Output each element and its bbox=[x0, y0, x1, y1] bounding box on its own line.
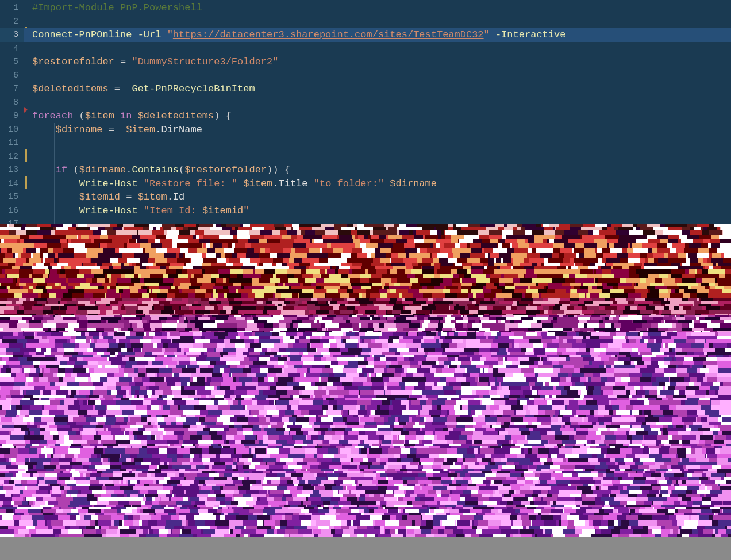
cmdlet-token: Connect-PnPOnline bbox=[32, 29, 132, 40]
string-token: "DummyStructure3/Folder2" bbox=[132, 56, 278, 67]
string-token: " bbox=[243, 205, 249, 216]
line-number: 13 bbox=[0, 163, 24, 177]
property-token: .Id bbox=[167, 191, 185, 202]
line-number: 7 bbox=[0, 82, 24, 96]
line-number: 8 bbox=[0, 96, 24, 110]
code-line bbox=[32, 136, 731, 150]
variable-token: $item bbox=[243, 178, 272, 189]
variable-token: $dirname bbox=[56, 124, 103, 135]
string-token: " bbox=[484, 29, 490, 40]
corrupted-region bbox=[0, 224, 731, 560]
variable-token: $restorefolder bbox=[32, 56, 114, 67]
code-line: $restorefolder = "DummyStructure3/Folder… bbox=[32, 55, 731, 69]
keyword-token: in bbox=[114, 110, 138, 121]
line-number: 16 bbox=[0, 204, 24, 218]
code-line bbox=[32, 150, 731, 164]
punct-token: ( bbox=[179, 164, 184, 175]
variable-token: $item bbox=[85, 110, 114, 121]
line-number: 11 bbox=[0, 136, 24, 150]
code-line: foreach ($item in $deleteditems) { bbox=[32, 109, 731, 123]
line-number: 14 bbox=[0, 177, 24, 191]
keyword-token: foreach bbox=[32, 110, 73, 121]
operator-token: = bbox=[109, 83, 132, 94]
code-line: Write-Host "Restore file: " $item.Title … bbox=[32, 177, 731, 191]
cmdlet-token: Get-PnPRecycleBinItem bbox=[132, 83, 255, 94]
property-token: .Title bbox=[272, 178, 307, 189]
code-line-selected: Connect-PnPOnline -Url "https://datacent… bbox=[32, 28, 731, 42]
line-number: 15 bbox=[0, 190, 24, 204]
line-number: 4 bbox=[0, 42, 24, 56]
punct-token: . bbox=[126, 164, 132, 175]
code-line bbox=[32, 69, 731, 83]
variable-token: $dirname bbox=[79, 164, 126, 175]
code-line: $itemid = $item.Id bbox=[32, 190, 731, 204]
property-token: .DirName bbox=[155, 124, 202, 135]
line-number: 5 bbox=[0, 55, 24, 69]
code-line: Write-Host "Item Id: $itemid" bbox=[32, 204, 731, 218]
variable-token: $deleteditems bbox=[32, 83, 109, 94]
variable-token: $itemid bbox=[202, 205, 243, 216]
punct-token: ) { bbox=[214, 110, 232, 121]
cmdlet-token: Write-Host bbox=[79, 178, 138, 189]
param-token: -Url bbox=[138, 29, 161, 40]
keyword-token: if bbox=[56, 164, 67, 175]
code-line: $deleteditems = Get-PnPRecycleBinItem bbox=[32, 82, 731, 96]
line-number: 3 bbox=[0, 28, 24, 42]
method-token: Contains bbox=[132, 164, 179, 175]
variable-token: $deleteditems bbox=[138, 110, 214, 121]
operator-token: = bbox=[120, 191, 138, 202]
line-number: 12 bbox=[0, 150, 24, 164]
string-token: " bbox=[167, 29, 173, 40]
line-number: 2 bbox=[0, 15, 24, 29]
code-line bbox=[32, 96, 731, 110]
operator-token: = bbox=[102, 124, 126, 135]
code-line: $dirname = $item.DirName bbox=[32, 123, 731, 137]
string-token: "Restore file: " bbox=[144, 178, 237, 189]
url-token: https://datacenter3.sharepoint.com/sites… bbox=[173, 29, 484, 40]
cmdlet-token: Write-Host bbox=[79, 205, 138, 216]
variable-token: $itemid bbox=[79, 191, 120, 202]
variable-token: $item bbox=[126, 124, 155, 135]
code-line bbox=[32, 42, 731, 56]
line-number: 1 bbox=[0, 1, 24, 15]
punct-token: ( bbox=[67, 164, 79, 175]
comment-token: #Import-Module PnP.Powershell bbox=[32, 2, 202, 13]
punct-token: )) { bbox=[267, 164, 290, 175]
variable-token: $restorefolder bbox=[184, 164, 267, 175]
line-number: 6 bbox=[0, 69, 24, 83]
code-line: #Import-Module PnP.Powershell bbox=[32, 1, 731, 15]
variable-token: $dirname bbox=[390, 178, 437, 189]
string-token: "to folder:" bbox=[314, 178, 384, 189]
punct-token: ( bbox=[73, 110, 84, 121]
param-token: -Interactive bbox=[495, 29, 565, 40]
code-line: if ($dirname.Contains($restorefolder)) { bbox=[32, 163, 731, 177]
footer-gray-bar bbox=[0, 537, 731, 560]
operator-token: = bbox=[114, 56, 132, 67]
line-number: 10 bbox=[0, 123, 24, 137]
code-line bbox=[32, 15, 731, 29]
line-number: 9 bbox=[0, 109, 24, 123]
string-token: "Item Id: bbox=[144, 205, 202, 216]
variable-token: $item bbox=[138, 191, 167, 202]
